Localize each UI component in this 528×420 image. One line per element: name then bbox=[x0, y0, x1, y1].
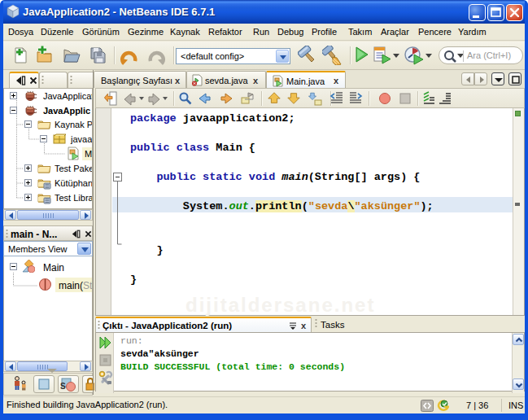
svg-text:S: S bbox=[60, 382, 66, 391]
